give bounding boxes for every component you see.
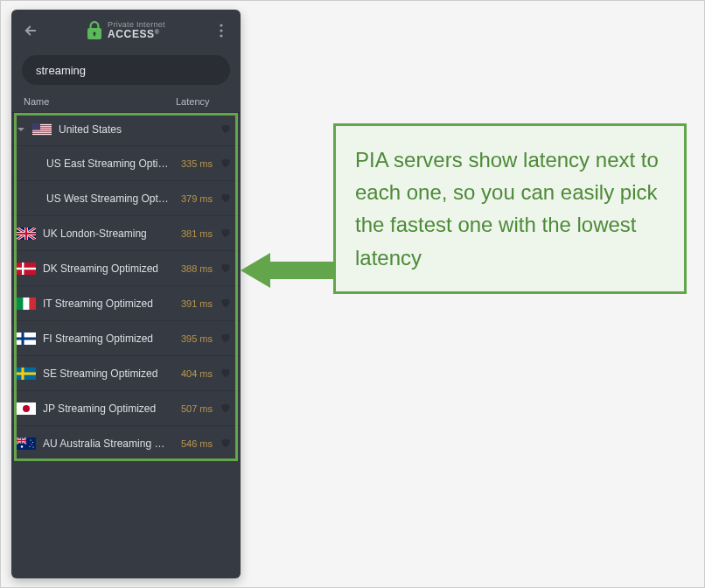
server-row[interactable]: UK London-Streaming 381 ms — [11, 216, 241, 251]
svg-rect-9 — [32, 130, 52, 130]
favorite-icon[interactable] — [220, 367, 234, 381]
server-row[interactable]: SE Streaming Optimized 404 ms — [11, 356, 241, 391]
pia-app-window: Private Internet ACCESS® Name Latency Un… — [11, 10, 241, 578]
server-name: FI Streaming Optimized — [43, 332, 169, 345]
svg-point-40 — [32, 441, 33, 442]
lock-icon — [87, 21, 102, 40]
svg-point-41 — [31, 444, 32, 444]
chevron-down-icon — [17, 125, 25, 134]
server-row[interactable]: US West Streaming Optimiz… 379 ms — [11, 181, 241, 216]
flag-icon — [17, 228, 36, 240]
server-latency: 391 ms — [176, 298, 213, 309]
server-latency: 546 ms — [176, 438, 213, 449]
svg-rect-23 — [30, 298, 36, 310]
svg-rect-21 — [17, 298, 23, 310]
brand-logo: Private Internet ACCESS® — [50, 21, 202, 40]
server-group-us[interactable]: United States — [11, 113, 241, 146]
more-menu-button[interactable] — [207, 17, 235, 45]
flag-icon — [17, 368, 36, 380]
svg-rect-22 — [23, 298, 29, 310]
svg-point-3 — [220, 29, 222, 32]
server-latency: 395 ms — [176, 333, 213, 344]
server-row[interactable]: IT Streaming Optimized 391 ms — [11, 286, 241, 321]
server-name: AU Australia Streaming O… — [43, 438, 169, 450]
svg-rect-29 — [17, 372, 36, 374]
server-row[interactable]: DK Streaming Optimized 388 ms — [11, 251, 241, 286]
svg-marker-44 — [241, 253, 337, 288]
svg-rect-12 — [32, 123, 40, 130]
group-label: United States — [59, 123, 169, 136]
server-latency: 335 ms — [176, 158, 213, 169]
column-name[interactable]: Name — [24, 96, 176, 107]
annotation-arrow-icon — [241, 248, 337, 293]
search-container — [11, 52, 241, 94]
svg-rect-17 — [17, 232, 36, 234]
favorite-icon[interactable] — [220, 227, 234, 241]
favorite-icon[interactable] — [220, 332, 234, 346]
favorite-icon[interactable] — [220, 122, 234, 136]
svg-point-38 — [21, 445, 23, 447]
svg-point-43 — [32, 446, 33, 447]
annotation-callout: PIA servers show latency next to each on… — [333, 123, 687, 294]
svg-point-2 — [220, 24, 222, 26]
server-latency: 379 ms — [176, 193, 213, 204]
flag-icon — [17, 332, 36, 345]
server-name: UK London-Streaming — [43, 228, 169, 240]
back-button[interactable] — [17, 17, 45, 45]
svg-rect-26 — [17, 337, 36, 340]
flag-icon — [17, 262, 36, 275]
svg-rect-37 — [17, 439, 26, 440]
server-name: SE Streaming Optimized — [43, 368, 169, 380]
server-name: US West Streaming Optimiz… — [46, 192, 169, 205]
server-row[interactable]: AU Australia Streaming O… 546 ms — [11, 426, 241, 461]
server-latency: 388 ms — [176, 263, 213, 274]
svg-rect-20 — [17, 267, 36, 269]
server-latency: 507 ms — [176, 403, 213, 414]
search-input[interactable] — [22, 55, 230, 85]
server-name: IT Streaming Optimized — [43, 298, 169, 310]
favorite-icon[interactable] — [220, 437, 234, 451]
server-row[interactable]: US East Streaming Optimiz… 335 ms — [11, 146, 241, 181]
svg-rect-1 — [94, 34, 95, 37]
favorite-icon[interactable] — [220, 157, 234, 171]
server-latency: 381 ms — [176, 228, 213, 239]
svg-point-4 — [220, 34, 222, 37]
callout-text: PIA servers show latency next to each on… — [355, 148, 659, 270]
server-row[interactable]: FI Streaming Optimized 395 ms — [11, 321, 241, 356]
server-latency: 404 ms — [176, 368, 213, 379]
server-row[interactable]: JP Streaming Optimized 507 ms — [11, 391, 241, 426]
server-name: JP Streaming Optimized — [43, 402, 169, 415]
favorite-icon[interactable] — [220, 402, 234, 416]
flag-icon — [17, 298, 36, 310]
favorite-icon[interactable] — [220, 262, 234, 276]
favorite-icon[interactable] — [220, 297, 234, 311]
favorite-icon[interactable] — [220, 192, 234, 206]
server-name: DK Streaming Optimized — [43, 262, 169, 275]
server-list: United States US East Streaming Optimiz…… — [11, 113, 241, 578]
flag-icon-us — [32, 123, 52, 136]
svg-point-39 — [30, 439, 31, 440]
svg-point-42 — [29, 445, 30, 446]
flag-icon — [17, 438, 36, 450]
svg-rect-11 — [32, 133, 52, 134]
svg-rect-10 — [32, 131, 52, 132]
server-name: US East Streaming Optimiz… — [46, 158, 169, 170]
flag-icon — [17, 402, 36, 415]
column-headers: Name Latency — [11, 94, 241, 113]
svg-point-31 — [23, 405, 30, 412]
app-header: Private Internet ACCESS® — [11, 10, 241, 52]
column-latency[interactable]: Latency — [176, 96, 228, 107]
